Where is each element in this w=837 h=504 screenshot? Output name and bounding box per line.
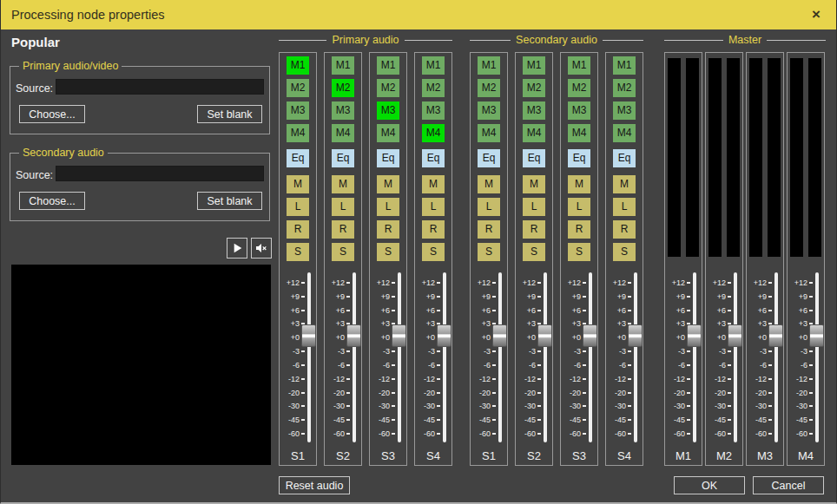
secondary-choose-button[interactable]: Choose... <box>19 192 85 210</box>
channel-button-l[interactable]: L <box>332 198 354 216</box>
channel-button-r[interactable]: R <box>422 220 445 239</box>
fader-track[interactable] <box>734 272 737 442</box>
matrix-button-m2[interactable]: M2 <box>613 79 636 97</box>
matrix-button-m1[interactable]: M1 <box>377 56 399 75</box>
primary-set-blank-button[interactable]: Set blank <box>197 105 262 123</box>
channel-button-m[interactable]: M <box>422 175 445 193</box>
channel-button-l[interactable]: L <box>568 198 590 216</box>
channel-button-m[interactable]: M <box>377 175 399 193</box>
channel-button-m[interactable]: M <box>568 175 590 193</box>
eq-button[interactable]: Eq <box>422 149 445 167</box>
matrix-button-m1[interactable]: M1 <box>478 56 500 75</box>
eq-button[interactable]: Eq <box>478 149 500 167</box>
fader-track[interactable] <box>693 272 696 442</box>
reset-audio-button[interactable]: Reset audio <box>279 476 350 494</box>
channel-button-s[interactable]: S <box>613 243 636 261</box>
fader-track[interactable] <box>398 272 401 442</box>
channel-button-r[interactable]: R <box>287 220 309 239</box>
fader-track[interactable] <box>589 272 592 442</box>
fader-track[interactable] <box>634 272 637 442</box>
channel-button-l[interactable]: L <box>377 198 399 216</box>
matrix-button-m3[interactable]: M3 <box>332 101 354 120</box>
matrix-button-m2[interactable]: M2 <box>523 79 545 97</box>
matrix-button-m2[interactable]: M2 <box>287 79 309 97</box>
matrix-button-m3[interactable]: M3 <box>287 101 309 120</box>
channel-button-m[interactable]: M <box>523 175 545 193</box>
channel-button-r[interactable]: R <box>613 220 636 239</box>
eq-button[interactable]: Eq <box>377 149 399 167</box>
channel-button-r[interactable]: R <box>478 220 500 239</box>
fader-track[interactable] <box>774 272 778 442</box>
channel-button-s[interactable]: S <box>332 243 354 261</box>
fader-thumb[interactable] <box>437 324 451 347</box>
channel-button-l[interactable]: L <box>478 198 500 216</box>
fader-track[interactable] <box>353 272 356 442</box>
channel-button-r[interactable]: R <box>523 220 545 239</box>
eq-button[interactable]: Eq <box>613 149 636 167</box>
matrix-button-m3[interactable]: M3 <box>377 101 399 120</box>
matrix-button-m2[interactable]: M2 <box>568 79 590 97</box>
channel-button-m[interactable]: M <box>287 175 309 193</box>
cancel-button[interactable]: Cancel <box>753 476 824 494</box>
matrix-button-m4[interactable]: M4 <box>287 124 309 142</box>
matrix-button-m1[interactable]: M1 <box>523 56 545 75</box>
ok-button[interactable]: OK <box>674 476 745 494</box>
matrix-button-m1[interactable]: M1 <box>332 56 354 75</box>
fader-thumb[interactable] <box>537 324 552 347</box>
channel-button-r[interactable]: R <box>568 220 590 239</box>
fader-thumb[interactable] <box>583 324 597 347</box>
matrix-button-m2[interactable]: M2 <box>422 79 445 97</box>
matrix-button-m1[interactable]: M1 <box>613 56 636 75</box>
channel-button-r[interactable]: R <box>332 220 354 239</box>
fader-track[interactable] <box>307 272 311 442</box>
matrix-button-m4[interactable]: M4 <box>422 124 445 142</box>
play-button[interactable] <box>227 238 247 259</box>
matrix-button-m1[interactable]: M1 <box>287 56 309 75</box>
eq-button[interactable]: Eq <box>568 149 590 167</box>
channel-button-l[interactable]: L <box>287 198 309 216</box>
matrix-button-m3[interactable]: M3 <box>568 101 590 120</box>
matrix-button-m4[interactable]: M4 <box>523 124 545 142</box>
matrix-button-m4[interactable]: M4 <box>332 124 354 142</box>
primary-choose-button[interactable]: Choose... <box>19 105 85 123</box>
channel-button-l[interactable]: L <box>422 198 445 216</box>
channel-button-r[interactable]: R <box>377 220 399 239</box>
fader-track[interactable] <box>443 272 446 442</box>
matrix-button-m3[interactable]: M3 <box>422 101 445 120</box>
channel-button-l[interactable]: L <box>613 198 636 216</box>
matrix-button-m3[interactable]: M3 <box>478 101 500 120</box>
fader-thumb[interactable] <box>628 324 643 347</box>
fader-thumb[interactable] <box>687 324 702 347</box>
channel-button-m[interactable]: M <box>478 175 500 193</box>
close-icon[interactable]: × <box>807 5 826 24</box>
channel-button-m[interactable]: M <box>332 175 354 193</box>
secondary-source-input[interactable] <box>56 166 264 181</box>
matrix-button-m4[interactable]: M4 <box>613 124 636 142</box>
fader-track[interactable] <box>498 272 502 442</box>
secondary-set-blank-button[interactable]: Set blank <box>197 192 262 210</box>
fader-thumb[interactable] <box>768 324 783 347</box>
channel-button-s[interactable]: S <box>568 243 590 261</box>
eq-button[interactable]: Eq <box>332 149 354 167</box>
fader-thumb[interactable] <box>809 324 824 347</box>
matrix-button-m3[interactable]: M3 <box>613 101 636 120</box>
mute-button[interactable] <box>251 238 272 259</box>
matrix-button-m4[interactable]: M4 <box>478 124 500 142</box>
matrix-button-m1[interactable]: M1 <box>568 56 590 75</box>
matrix-button-m2[interactable]: M2 <box>478 79 500 97</box>
eq-button[interactable]: Eq <box>287 149 309 167</box>
primary-source-input[interactable] <box>56 79 264 95</box>
channel-button-s[interactable]: S <box>287 243 309 261</box>
channel-button-s[interactable]: S <box>523 243 545 261</box>
channel-button-s[interactable]: S <box>478 243 500 261</box>
matrix-button-m2[interactable]: M2 <box>377 79 399 97</box>
matrix-button-m4[interactable]: M4 <box>568 124 590 142</box>
fader-thumb[interactable] <box>492 324 507 347</box>
channel-button-l[interactable]: L <box>523 198 545 216</box>
channel-button-s[interactable]: S <box>377 243 399 261</box>
fader-thumb[interactable] <box>728 324 742 347</box>
matrix-button-m3[interactable]: M3 <box>523 101 545 120</box>
matrix-button-m1[interactable]: M1 <box>422 56 445 75</box>
fader-thumb[interactable] <box>301 324 316 347</box>
matrix-button-m4[interactable]: M4 <box>377 124 399 142</box>
